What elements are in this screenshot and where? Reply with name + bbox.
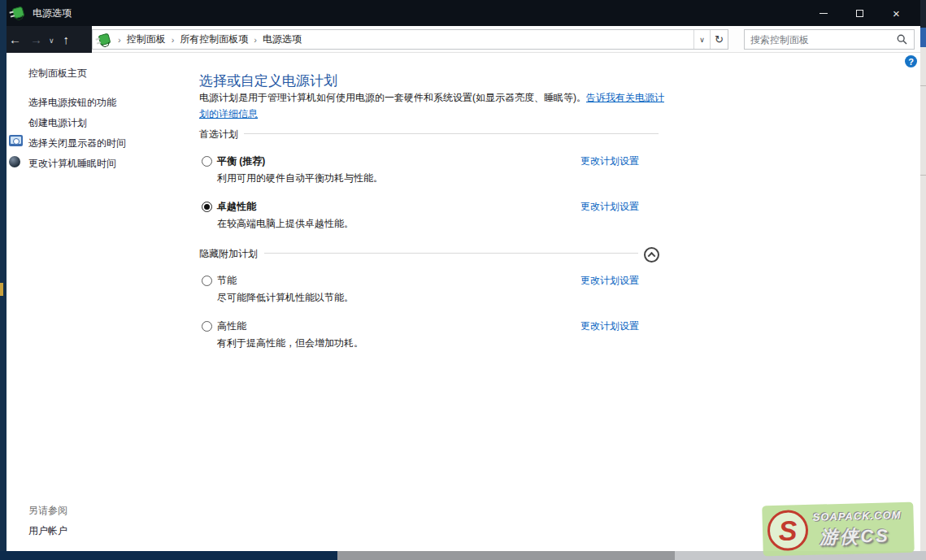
chevron-down-icon: ∨ (699, 36, 705, 44)
background-window-accent-sliver (920, 28, 926, 47)
breadcrumb-power-options[interactable]: 电源选项 (263, 33, 302, 46)
plan-desc-balanced: 利用可用的硬件自动平衡功耗与性能。 (217, 171, 383, 185)
background-window-divider (920, 175, 926, 176)
nav-arrows: ← → ∨ ↑ (0, 26, 92, 53)
page-title: 选择或自定义电源计划 (199, 72, 337, 90)
breadcrumb-separator: › (118, 35, 121, 45)
breadcrumb-separator: › (172, 35, 175, 45)
radio-high-performance[interactable] (202, 321, 212, 332)
sleep-moon-icon (9, 156, 20, 167)
plan-name-ultimate-performance[interactable]: 卓越性能 (217, 200, 256, 214)
sidebar-item-user-accounts[interactable]: 用户帐户 (28, 524, 67, 538)
breadcrumb-separator: › (254, 35, 257, 45)
plan-name-power-saver[interactable]: 节能 (217, 274, 237, 288)
radio-balanced[interactable] (202, 156, 212, 167)
sidebar-item-power-buttons[interactable]: 选择电源按钮的功能 (28, 96, 116, 110)
refresh-button[interactable]: ↻ (710, 30, 728, 49)
power-options-icon (11, 7, 26, 20)
maximize-icon (856, 10, 863, 17)
sidebar-item-sleep-time[interactable]: 更改计算机睡眠时间 (28, 157, 116, 171)
search-icon[interactable] (897, 34, 907, 45)
titlebar: 电源选项 × (0, 0, 920, 26)
plan-desc-high-performance: 有利于提高性能，但会增加功耗。 (217, 336, 363, 350)
close-icon: × (893, 7, 900, 20)
section-divider (244, 133, 659, 134)
help-icon[interactable]: ? (905, 55, 917, 67)
plan-desc-ultimate-performance: 在较高端电脑上提供卓越性能。 (217, 217, 354, 231)
search-input[interactable] (750, 33, 889, 46)
navigation-bar: ← → ∨ ↑ › 控制面板 › 所有控制面板项 › 电源选项 ∨ ↻ (0, 26, 920, 53)
minimize-icon (819, 13, 828, 14)
watermark-line2: 游侠CS (819, 523, 890, 549)
window-controls: × (805, 0, 915, 26)
desktop-edge-notch (0, 283, 3, 296)
sidebar-item-control-panel-home[interactable]: 控制面板主页 (28, 67, 87, 80)
change-plan-settings-link-balanced[interactable]: 更改计划设置 (580, 154, 639, 168)
back-icon[interactable]: ← (9, 33, 21, 46)
breadcrumb-all-items[interactable]: 所有控制面板项 (180, 33, 248, 46)
tell-me-more-link[interactable]: 告诉我有关电源计 (586, 92, 664, 103)
bottom-strip-navy (0, 551, 337, 560)
power-options-window: 电源选项 × ← → ∨ ↑ › 控制面板 › 所有控制面板项 › 电源选项 ∨… (0, 0, 926, 560)
maximize-button[interactable] (841, 0, 878, 26)
address-power-icon (98, 33, 112, 46)
sidebar-item-display-off-time[interactable]: 选择关闭显示器的时间 (28, 137, 126, 150)
intro-text: 电源计划是用于管理计算机如何使用电源的一套硬件和系统设置(如显示器亮度、睡眠等)… (199, 89, 675, 122)
breadcrumb-control-panel[interactable]: 控制面板 (127, 33, 166, 46)
background-window-divider (920, 85, 926, 86)
plan-desc-power-saver: 尽可能降低计算机性能以节能。 (217, 291, 354, 305)
section-hidden-plans-label: 隐藏附加计划 (199, 247, 258, 261)
address-bar[interactable]: › 控制面板 › 所有控制面板项 › 电源选项 ∨ ↻ (92, 29, 728, 50)
change-plan-settings-link-high-performance[interactable]: 更改计划设置 (580, 319, 639, 333)
forward-icon[interactable]: → (30, 33, 42, 46)
watermark: S SOAPACK.COM 游侠CS (762, 502, 915, 557)
section-preferred-plans-label: 首选计划 (199, 128, 238, 141)
tell-me-more-link-wrap[interactable]: 划的详细信息 (199, 108, 258, 119)
collapse-section-button[interactable] (644, 247, 659, 263)
search-box (744, 29, 915, 50)
plan-name-high-performance[interactable]: 高性能 (217, 319, 246, 333)
sidebar-item-create-plan[interactable]: 创建电源计划 (28, 116, 87, 130)
desktop-edge-right (920, 0, 926, 560)
watermark-line1: SOAPACK.COM (812, 509, 901, 523)
refresh-icon: ↻ (715, 33, 724, 46)
window-title: 电源选项 (33, 7, 72, 20)
plan-name-balanced[interactable]: 平衡 (推荐) (217, 154, 265, 168)
minimize-button[interactable] (805, 0, 841, 26)
background-window-titlebar-sliver (920, 0, 926, 28)
watermark-logo: S (767, 510, 808, 551)
close-button[interactable]: × (878, 0, 915, 26)
intro-body: 电源计划是用于管理计算机如何使用电源的一套硬件和系统设置(如显示器亮度、睡眠等)… (199, 92, 586, 103)
radio-power-saver[interactable] (202, 276, 212, 286)
radio-ultimate-performance[interactable] (202, 202, 212, 212)
change-plan-settings-link-power-saver[interactable]: 更改计划设置 (580, 274, 639, 288)
bottom-strip-gray (337, 551, 675, 560)
address-dropdown-button[interactable]: ∨ (693, 30, 710, 49)
up-icon[interactable]: ↑ (63, 33, 70, 46)
chevron-up-icon (648, 252, 656, 260)
change-plan-settings-link-ultimate[interactable]: 更改计划设置 (580, 200, 639, 214)
see-also-label: 另请参阅 (28, 504, 67, 518)
recent-pages-dropdown-icon[interactable]: ∨ (49, 37, 54, 45)
display-clock-icon (9, 135, 23, 146)
desktop-edge-left (0, 0, 7, 560)
section-divider (264, 253, 638, 254)
